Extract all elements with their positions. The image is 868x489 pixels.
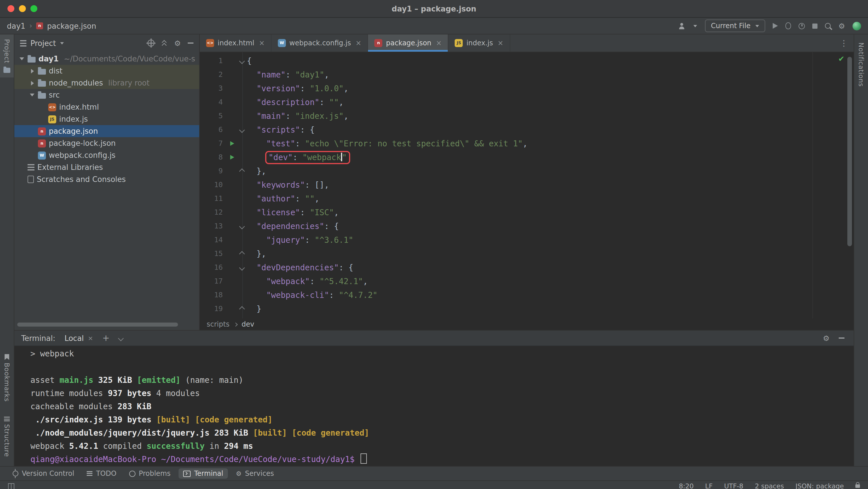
fold-icon[interactable] bbox=[239, 265, 245, 270]
collapse-all-icon[interactable] bbox=[162, 39, 167, 47]
fold-icon[interactable] bbox=[239, 251, 245, 257]
terminal-dropdown-icon[interactable] bbox=[118, 335, 124, 341]
fold-icon[interactable] bbox=[239, 58, 245, 64]
lock-icon[interactable] bbox=[856, 484, 860, 488]
code-line[interactable]: 10 "keywords": [], bbox=[200, 178, 854, 192]
new-terminal-icon[interactable]: + bbox=[102, 334, 110, 343]
run-script-icon[interactable] bbox=[230, 141, 234, 146]
terminal-settings-gear-icon[interactable]: ⚙ bbox=[823, 334, 830, 342]
tab-webpack-config-js[interactable]: Wwebpack.config.js× bbox=[272, 34, 368, 52]
hide-panel-icon[interactable] bbox=[188, 42, 193, 44]
close-tab-icon[interactable]: × bbox=[355, 39, 361, 47]
code-line[interactable]: 12 "license": "ISC", bbox=[200, 205, 854, 219]
code-line[interactable]: 14 "jquery": "^3.6.1" bbox=[200, 233, 854, 247]
expander[interactable] bbox=[19, 57, 25, 60]
tabs-more-icon[interactable]: ⋮ bbox=[834, 34, 854, 52]
window-layout-icon[interactable] bbox=[8, 483, 14, 489]
run-script-icon[interactable] bbox=[230, 155, 234, 160]
stop-button[interactable] bbox=[813, 23, 818, 28]
plugin-avatar-icon[interactable] bbox=[852, 22, 861, 30]
code-line[interactable]: 5 "main": "index.js", bbox=[200, 109, 854, 123]
code-editor[interactable]: 1{2 "name": "day1",3 "version": "1.0.0",… bbox=[200, 52, 854, 319]
code-line[interactable]: 15 }, bbox=[200, 247, 854, 261]
minimize-window-button[interactable] bbox=[19, 5, 26, 12]
tree-item-package-json[interactable]: npackage.json bbox=[14, 125, 199, 137]
vertical-scrollbar-thumb[interactable] bbox=[847, 57, 852, 246]
close-tab-icon[interactable]: × bbox=[497, 39, 503, 47]
terminal-tab-local[interactable]: Local × bbox=[65, 334, 93, 343]
code-line[interactable]: 1{ bbox=[200, 54, 854, 68]
tab-index-js[interactable]: JSindex.js× bbox=[448, 34, 510, 52]
inspections-ok-icon[interactable]: ✔ bbox=[838, 55, 844, 63]
project-view-dropdown-icon[interactable] bbox=[61, 42, 64, 44]
code-line[interactable]: 3 "version": "1.0.0", bbox=[200, 82, 854, 95]
horizontal-scrollbar-thumb[interactable] bbox=[17, 323, 178, 327]
status-json-package[interactable]: JSON: package bbox=[795, 482, 844, 489]
expander[interactable] bbox=[29, 69, 35, 73]
tool-window-button-terminal[interactable]: Terminal bbox=[179, 468, 228, 479]
code-line[interactable]: 11 "author": "", bbox=[200, 192, 854, 205]
tab-package-json[interactable]: npackage.json× bbox=[368, 34, 448, 52]
tree-item-webpack-config-js[interactable]: Wwebpack.config.js bbox=[14, 149, 199, 161]
tab-index-html[interactable]: <>index.html× bbox=[200, 34, 272, 52]
code-line[interactable]: 8 "dev": "webpack" bbox=[200, 151, 854, 164]
search-icon[interactable] bbox=[825, 23, 831, 29]
status-lf[interactable]: LF bbox=[705, 482, 713, 489]
terminal-output[interactable]: > webpack asset main.js 325 KiB [emitted… bbox=[14, 346, 854, 466]
panel-settings-gear-icon[interactable]: ⚙ bbox=[174, 39, 181, 47]
tool-window-button-services[interactable]: ⚙Services bbox=[231, 468, 279, 479]
project-panel-title[interactable]: Project bbox=[30, 39, 56, 47]
tree-item-node-modules[interactable]: node_moduleslibrary root bbox=[14, 77, 199, 89]
tool-window-button-problems[interactable]: Problems bbox=[125, 468, 175, 479]
close-tab-icon[interactable]: × bbox=[436, 39, 442, 47]
tree-item-index-html[interactable]: <>index.html bbox=[14, 101, 199, 113]
close-terminal-tab-icon[interactable]: × bbox=[88, 334, 93, 342]
code-line[interactable]: 4 "description": "", bbox=[200, 95, 854, 109]
user-dropdown-icon[interactable] bbox=[693, 25, 697, 27]
fold-icon[interactable] bbox=[239, 127, 245, 133]
breadcrumb-scripts[interactable]: scripts bbox=[207, 320, 229, 328]
breadcrumb-file[interactable]: package.json bbox=[47, 22, 96, 30]
code-line[interactable]: 18 "webpack-cli": "^4.7.2" bbox=[200, 288, 854, 302]
tree-item-day1[interactable]: day1~/Documents/Code/VueCode/vue-s bbox=[14, 53, 199, 65]
breadcrumb-project[interactable]: day1 bbox=[7, 22, 25, 30]
locate-file-icon[interactable] bbox=[148, 40, 155, 46]
status-utf-8[interactable]: UTF-8 bbox=[724, 482, 743, 489]
expander[interactable] bbox=[29, 94, 35, 96]
tree-item-package-lock-json[interactable]: npackage-lock.json bbox=[14, 137, 199, 149]
code-line[interactable]: 2 "name": "day1", bbox=[200, 68, 854, 82]
code-line[interactable]: 19 } bbox=[200, 302, 854, 316]
user-icon[interactable] bbox=[678, 23, 686, 29]
tool-window-button-notifications[interactable]: Notifications bbox=[854, 34, 868, 91]
code-line[interactable]: 7 "test": "echo \"Error: no test specifi… bbox=[200, 137, 854, 151]
tool-window-button-bookmarks[interactable]: Bookmarks bbox=[3, 354, 11, 402]
tree-item-src[interactable]: src bbox=[14, 89, 199, 101]
code-line[interactable]: 17 "webpack": "^5.42.1", bbox=[200, 274, 854, 288]
fold-icon[interactable] bbox=[239, 168, 245, 174]
close-window-button[interactable] bbox=[7, 5, 14, 12]
status-8-20[interactable]: 8:20 bbox=[679, 482, 694, 489]
hide-terminal-icon[interactable] bbox=[839, 337, 844, 338]
status-2-spaces[interactable]: 2 spaces bbox=[755, 482, 784, 489]
zoom-window-button[interactable] bbox=[30, 5, 37, 12]
expander[interactable] bbox=[29, 80, 35, 85]
tool-window-button-todo[interactable]: TODO bbox=[82, 468, 121, 479]
fold-icon[interactable] bbox=[239, 306, 245, 312]
code-line[interactable]: 13 "dependencies": { bbox=[200, 219, 854, 233]
debug-button[interactable] bbox=[786, 22, 792, 29]
run-configuration-select[interactable]: Current File bbox=[705, 20, 766, 32]
tree-item-dist[interactable]: dist bbox=[14, 65, 199, 77]
code-line[interactable]: 16 "devDependencies": { bbox=[200, 261, 854, 274]
code-line[interactable]: 9 }, bbox=[200, 164, 854, 178]
tool-window-button-project[interactable]: Project bbox=[0, 34, 14, 77]
tool-window-button-structure[interactable]: Structure bbox=[3, 417, 11, 457]
close-tab-icon[interactable]: × bbox=[259, 39, 265, 47]
settings-gear-icon[interactable]: ⚙ bbox=[838, 22, 845, 30]
tree-item-index-js[interactable]: JSindex.js bbox=[14, 113, 199, 125]
fold-icon[interactable] bbox=[239, 223, 245, 229]
breadcrumb-dev[interactable]: dev bbox=[241, 320, 254, 328]
tree-item-external-libraries[interactable]: External Libraries bbox=[14, 161, 199, 173]
profiler-button[interactable] bbox=[799, 23, 805, 29]
run-button[interactable] bbox=[773, 23, 778, 29]
tool-window-button-version-control[interactable]: Version Control bbox=[8, 468, 79, 479]
